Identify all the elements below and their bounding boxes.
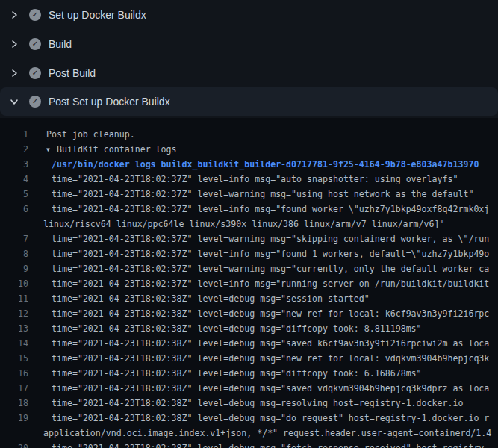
log-line-text: time="2021-04-23T18:02:37Z" level=info m… — [52, 246, 489, 261]
log-line: 12time="2021-04-23T18:02:38Z" level=debu… — [0, 306, 498, 321]
log-line-text: time="2021-04-23T18:02:38Z" level=debug … — [52, 336, 489, 351]
check-circle-icon: ✓ — [29, 9, 41, 21]
step-row-build[interactable]: ✓Build — [0, 29, 498, 58]
log-line-text: time="2021-04-23T18:02:37Z" level=info m… — [52, 172, 458, 187]
log-console: 1Post job cleanup.2▼BuildKit container l… — [0, 118, 498, 448]
log-line-number[interactable]: 3 — [0, 157, 28, 172]
log-line-text: time="2021-04-23T18:02:38Z" level=debug … — [52, 396, 463, 411]
log-line-number[interactable]: 5 — [0, 187, 28, 202]
log-line-text: time="2021-04-23T18:02:38Z" level=debug … — [52, 306, 489, 321]
log-line: application/vnd.oci.image.index.v1+json,… — [0, 426, 498, 441]
chevron-down-icon[interactable] — [10, 97, 19, 106]
log-line: 11time="2021-04-23T18:02:38Z" level=debu… — [0, 291, 498, 306]
log-line: 17time="2021-04-23T18:02:38Z" level=debu… — [0, 381, 498, 396]
log-line-number[interactable]: 19 — [0, 411, 28, 426]
log-line-number[interactable]: 18 — [0, 396, 28, 411]
step-row-post-set-up-docker-buildx[interactable]: ✓Post Set up Docker Buildx — [0, 87, 498, 116]
log-line: 1Post job cleanup. — [0, 127, 498, 142]
log-line-number[interactable]: 4 — [0, 172, 28, 187]
log-line-text: Post job cleanup. — [46, 127, 135, 142]
log-line-text: time="2021-04-23T18:02:37Z" level=warnin… — [52, 261, 489, 276]
log-line: 3/usr/bin/docker logs buildx_buildkit_bu… — [0, 157, 498, 172]
log-line-text: time="2021-04-23T18:02:37Z" level=warnin… — [52, 231, 489, 246]
log-line-text: linux/riscv64 linux/ppc64le linux/s390x … — [43, 217, 444, 231]
log-line-text: time="2021-04-23T18:02:38Z" level=debug … — [52, 351, 489, 366]
step-label: Post Build — [49, 67, 96, 79]
log-line-text: time="2021-04-23T18:02:38Z" level=debug … — [52, 411, 489, 426]
log-line: 4time="2021-04-23T18:02:37Z" level=info … — [0, 172, 498, 187]
chevron-right-icon[interactable] — [10, 69, 19, 78]
log-line: 19time="2021-04-23T18:02:38Z" level=debu… — [0, 411, 498, 426]
log-line-text: time="2021-04-23T18:02:37Z" level=warnin… — [52, 187, 473, 202]
log-line-number[interactable]: 11 — [0, 291, 28, 306]
chevron-right-icon[interactable] — [10, 40, 19, 49]
step-label: Set up Docker Buildx — [49, 9, 146, 21]
log-line: 7time="2021-04-23T18:02:37Z" level=warni… — [0, 231, 498, 246]
log-line: 15time="2021-04-23T18:02:38Z" level=debu… — [0, 351, 498, 366]
log-line-number — [0, 217, 28, 231]
log-line-text: time="2021-04-23T18:02:38Z" level=debug … — [52, 291, 370, 306]
step-label: Post Set up Docker Buildx — [49, 96, 170, 108]
log-line-number[interactable]: 13 — [0, 321, 28, 336]
step-row-post-build[interactable]: ✓Post Build — [0, 58, 498, 87]
log-line: 18time="2021-04-23T18:02:38Z" level=debu… — [0, 396, 498, 411]
step-label: Build — [49, 38, 72, 50]
step-row-set-up-docker-buildx[interactable]: ✓Set up Docker Buildx — [0, 0, 498, 29]
log-line: 6time="2021-04-23T18:02:37Z" level=info … — [0, 202, 498, 217]
log-group-toggle[interactable]: ▼BuildKit container logs — [46, 142, 177, 157]
log-line-number[interactable]: 6 — [0, 202, 28, 217]
log-line-text: time="2021-04-23T18:02:38Z" level=debug … — [52, 366, 422, 381]
log-line-number[interactable]: 1 — [0, 127, 28, 142]
log-line: 10time="2021-04-23T18:02:37Z" level=info… — [0, 276, 498, 291]
log-line-number[interactable]: 8 — [0, 246, 28, 261]
log-line-number[interactable]: 15 — [0, 351, 28, 366]
log-line-number[interactable]: 9 — [0, 261, 28, 276]
log-line-number[interactable]: 10 — [0, 276, 28, 291]
log-line-text: /usr/bin/docker logs buildx_buildkit_bui… — [52, 157, 479, 172]
log-line: 2▼BuildKit container logs — [0, 142, 498, 157]
log-line-text: time="2021-04-23T18:02:38Z" level=debug … — [52, 381, 489, 396]
log-line-text: time="2021-04-23T18:02:38Z" level=debug … — [52, 321, 422, 336]
log-line-text: time="2021-04-23T18:02:37Z" level=info m… — [52, 202, 489, 217]
check-circle-icon: ✓ — [29, 96, 41, 108]
log-line-number[interactable]: 2 — [0, 142, 28, 157]
check-circle-icon: ✓ — [29, 67, 41, 79]
log-line: linux/riscv64 linux/ppc64le linux/s390x … — [0, 217, 498, 231]
log-line: 5time="2021-04-23T18:02:37Z" level=warni… — [0, 187, 498, 202]
log-line-number[interactable]: 20 — [0, 441, 28, 448]
log-line: 8time="2021-04-23T18:02:37Z" level=info … — [0, 246, 498, 261]
log-group-label: BuildKit container logs — [57, 144, 177, 155]
log-line: 9time="2021-04-23T18:02:37Z" level=warni… — [0, 261, 498, 276]
log-line-number[interactable]: 17 — [0, 381, 28, 396]
log-line: 16time="2021-04-23T18:02:38Z" level=debu… — [0, 366, 498, 381]
log-line-text: time="2021-04-23T18:02:38Z" level=debug … — [52, 441, 489, 448]
check-circle-icon: ✓ — [29, 38, 41, 50]
log-line: 14time="2021-04-23T18:02:38Z" level=debu… — [0, 336, 498, 351]
log-line: 20time="2021-04-23T18:02:38Z" level=debu… — [0, 441, 498, 448]
workflow-log-panel: ✓Set up Docker Buildx✓Build✓Post Build✓P… — [0, 0, 498, 448]
chevron-right-icon[interactable] — [10, 10, 19, 19]
triangle-down-icon[interactable]: ▼ — [46, 143, 57, 157]
log-line-number — [0, 426, 28, 441]
steps-list: ✓Set up Docker Buildx✓Build✓Post Build✓P… — [0, 0, 498, 116]
log-line-number[interactable]: 12 — [0, 306, 28, 321]
log-line-text: application/vnd.oci.image.index.v1+json,… — [43, 426, 491, 441]
log-line: 13time="2021-04-23T18:02:38Z" level=debu… — [0, 321, 498, 336]
log-line-text: time="2021-04-23T18:02:37Z" level=info m… — [52, 276, 489, 291]
log-line-number[interactable]: 7 — [0, 231, 28, 246]
log-line-number[interactable]: 16 — [0, 366, 28, 381]
log-line-number[interactable]: 14 — [0, 336, 28, 351]
